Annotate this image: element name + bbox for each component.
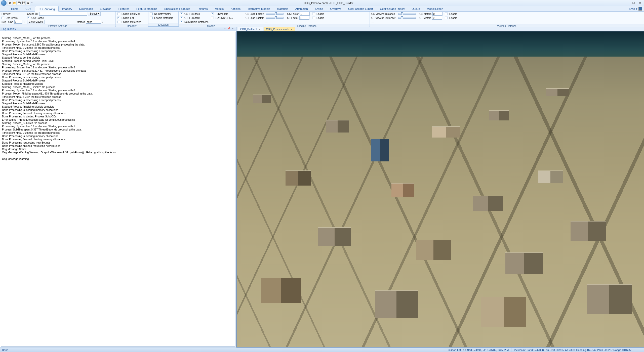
ribbon-tab-geopackage-export[interactable]: GeoPackage Export: [345, 6, 376, 11]
document-area: CDB_Builder1✕CDB_Preview.earth✕: [236, 27, 644, 347]
ribbon-tab-feature-mapping[interactable]: Feature Mapping: [133, 6, 161, 11]
ribbon-tab-geopackage-import[interactable]: GeoPackage Import: [376, 6, 408, 11]
no-multi-label: No Multiple Instances: [184, 21, 209, 23]
neg-lods-spin-icon[interactable]: ▾: [23, 21, 25, 23]
ribbon-tab-model-export[interactable]: Model Export: [423, 6, 447, 11]
group-imagery: Enable LightMap Enable Edit Enable Mater…: [116, 12, 148, 26]
style-swatch-icon[interactable]: [638, 7, 642, 11]
gt-load-enable-checkbox[interactable]: [312, 17, 315, 19]
clear-cache-button[interactable]: Clear Cache: [27, 20, 45, 24]
viewport-building: [473, 196, 503, 211]
app-logo-icon[interactable]: [1, 0, 7, 6]
window-title: CDB_Preview.earth - DTT_CDB_Builder: [33, 2, 624, 5]
3d-viewport[interactable]: [236, 31, 644, 347]
viewport-building: [587, 284, 632, 314]
minimize-button[interactable]: —: [624, 1, 630, 5]
use-cache-checkbox[interactable]: [27, 17, 30, 19]
ribbon-tab-materials[interactable]: Materials: [273, 6, 292, 11]
qat-print-icon[interactable]: 🖶: [26, 1, 30, 5]
maximize-button[interactable]: ❐: [630, 1, 636, 5]
ribbon-tab-downloads[interactable]: Downloads: [76, 6, 96, 11]
enable-lightmap-checkbox[interactable]: [117, 13, 120, 15]
no-multi-checkbox[interactable]: [180, 21, 183, 23]
qat-new-icon[interactable]: 🗋: [8, 1, 12, 5]
doc-tab-cdb-builder1[interactable]: CDB_Builder1✕: [238, 27, 263, 31]
gt-factor-input[interactable]: [299, 16, 309, 20]
enable-materials-checkbox[interactable]: [150, 17, 153, 19]
gt-factor-label: GT Factor: [287, 17, 298, 19]
neg-lods-input[interactable]: [14, 20, 22, 24]
group-viewing-distance: GS Viewing Distance : GT Viewing Distanc…: [370, 12, 644, 26]
viewport-building: [326, 120, 349, 133]
viewport-building: [538, 170, 563, 183]
ribbon-tab-overlays[interactable]: Overlays: [327, 6, 345, 11]
gs-factor-input[interactable]: [300, 12, 310, 16]
ribbon-tab-imagery[interactable]: Imagery: [59, 6, 76, 11]
cache-dir-select-button[interactable]: Select ▾: [88, 12, 101, 16]
gs-load-slider[interactable]: [266, 13, 284, 15]
close-button[interactable]: ✕: [637, 1, 643, 5]
workspace: Log Display ▾ 📌 ✕ Starting Process_Model…: [0, 27, 644, 347]
gt-load-dots: ---: [265, 21, 268, 23]
metrics-input[interactable]: [86, 20, 101, 24]
gt-view-slider[interactable]: [398, 17, 416, 19]
gs-load-enable-label: Enable: [316, 13, 324, 15]
gs-meters-label: GS Meters: [419, 13, 431, 15]
viewport-building: [546, 88, 569, 96]
enable-edit-checkbox[interactable]: [117, 17, 120, 19]
preview-label: Preview: [2, 13, 11, 15]
ribbon-tab-interactive-models[interactable]: Interactive Models: [244, 6, 273, 11]
log-panel-close-icon[interactable]: ✕: [231, 27, 235, 31]
ribbon-tab-styling[interactable]: Styling: [311, 6, 327, 11]
ribbon-tab-elevation[interactable]: Elevation: [96, 6, 115, 11]
ribbon-tab-cdb-viewing[interactable]: CDB Viewing: [35, 6, 59, 12]
status-resize-grip-icon[interactable]: ⋰: [634, 348, 642, 352]
gs-fullstack-checkbox[interactable]: [180, 13, 183, 15]
group-elevation: No Bathymetry Enable Materials Elevation: [148, 12, 179, 26]
ribbon-tab-attribution[interactable]: Attribution: [292, 6, 311, 11]
group-models: GS_FullStack GT_FullStack No Multiple In…: [179, 12, 244, 26]
viewport-building: [416, 240, 451, 260]
metrics-dropdown-icon[interactable]: ▾: [102, 21, 103, 23]
ribbon-tab-airfields[interactable]: Airfields: [227, 6, 244, 11]
viewport-building: [318, 227, 351, 246]
viewport-ground: [237, 57, 644, 347]
doc-tab-cdb-preview-earth[interactable]: CDB_Preview.earth✕: [264, 27, 296, 31]
log-output[interactable]: Starting Process_Model_Sort tile process…: [1, 32, 235, 347]
gs-load-enable-checkbox[interactable]: [312, 13, 315, 15]
viewport-building: [481, 297, 526, 327]
cache-dir-input[interactable]: [39, 12, 87, 16]
log-panel-dropdown-icon[interactable]: ▾: [223, 27, 227, 31]
ribbon-tab-models[interactable]: Models: [211, 6, 227, 11]
cdb-gpkg-checkbox[interactable]: [211, 17, 214, 19]
qat-dropdown-icon[interactable]: ▾: [31, 1, 33, 5]
group-loading-distance: GS Load Factor: GT Load Factor: ------ G…: [244, 12, 370, 26]
ribbon-tab-textures[interactable]: Textures: [194, 6, 211, 11]
log-panel-pin-icon[interactable]: 📌: [227, 27, 231, 31]
status-done: Done: [2, 348, 8, 351]
qat-saveall-icon[interactable]: 💾: [22, 1, 26, 5]
doc-tab-close-icon[interactable]: ✕: [259, 28, 261, 31]
gs-view-enable-checkbox[interactable]: [445, 13, 448, 15]
gt-meters-label: GT Meters: [419, 17, 431, 19]
gt-view-enable-checkbox[interactable]: [445, 17, 448, 19]
ribbon-tab-home[interactable]: Home: [8, 6, 22, 11]
ribbon-tab-specialized-features[interactable]: Specialized Features: [161, 6, 194, 11]
use-limits-checkbox[interactable]: [2, 17, 4, 19]
t2dmodels-checkbox[interactable]: [211, 13, 214, 15]
ribbon-tab-cdb[interactable]: CDB: [22, 6, 35, 11]
doc-tab-close-icon[interactable]: ✕: [291, 28, 293, 31]
qat-save-icon[interactable]: 💾: [17, 1, 21, 5]
ribbon-tab-features[interactable]: Features: [115, 6, 133, 11]
gt-load-slider[interactable]: [266, 17, 284, 19]
gs-view-slider[interactable]: [398, 13, 416, 15]
gt-meters-input[interactable]: [432, 16, 442, 20]
viewport-building: [432, 126, 460, 138]
gs-meters-input[interactable]: [432, 12, 442, 16]
gt-fullstack-checkbox[interactable]: [180, 17, 183, 19]
no-bathymetry-checkbox[interactable]: [150, 13, 153, 15]
enable-materialm-checkbox[interactable]: [117, 21, 120, 23]
style-picker[interactable]: Style▾: [629, 6, 642, 12]
qat-open-icon[interactable]: 📂: [13, 1, 17, 5]
ribbon-tab-queue[interactable]: Queue: [408, 6, 423, 11]
